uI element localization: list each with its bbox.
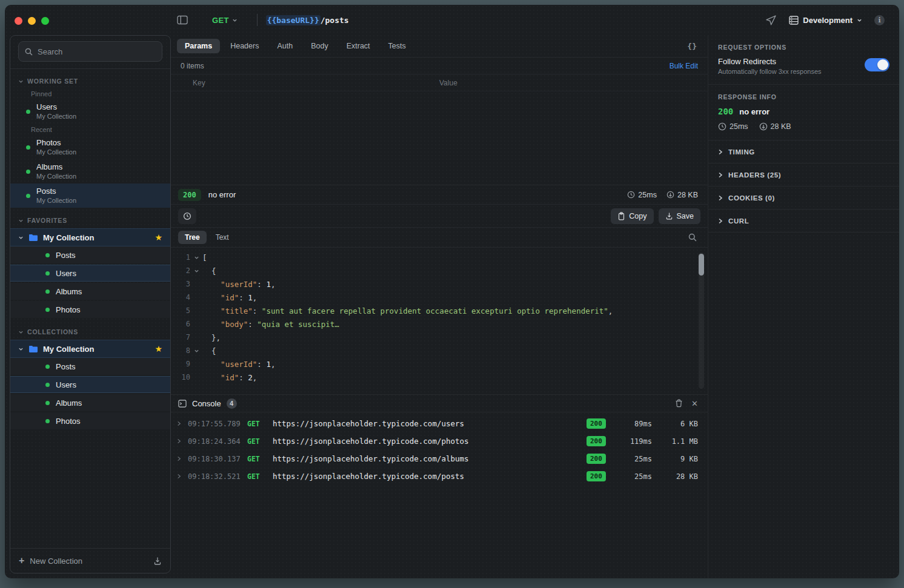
pinned-item-users[interactable]: Users My Collection [10, 99, 170, 124]
download-icon [666, 191, 674, 199]
params-column-headers: Key Value [171, 74, 708, 91]
minimize-window-button[interactable] [28, 17, 36, 25]
environment-dropdown[interactable]: Development [789, 16, 862, 25]
section-cookies[interactable]: COOKIES (0) [708, 187, 899, 210]
scrollbar-thumb[interactable] [699, 254, 704, 276]
request-status-dot [45, 419, 50, 423]
search-input[interactable]: Search [18, 41, 162, 62]
code-braces-icon[interactable]: {} [687, 42, 702, 51]
favorites-folder-my-collection[interactable]: My Collection ★ [10, 228, 170, 246]
favorites-item-albums[interactable]: Albums [10, 283, 170, 300]
tab-headers[interactable]: Headers [222, 39, 267, 53]
section-headers[interactable]: HEADERS (25) [708, 164, 899, 187]
recent-item-albums[interactable]: Albums My Collection [10, 159, 170, 183]
environment-icon [789, 16, 799, 25]
info-icon[interactable]: i [874, 15, 885, 25]
chevron-down-icon [18, 329, 24, 335]
tab-params[interactable]: Params [177, 39, 220, 53]
bulk-edit-link[interactable]: Bulk Edit [670, 62, 698, 70]
collections-folder-my-collection[interactable]: My Collection ★ [10, 340, 170, 358]
json-line: 1 [ [179, 251, 708, 264]
fold-chevron-icon[interactable] [190, 348, 202, 354]
zoom-window-button[interactable] [41, 17, 49, 25]
new-collection-button[interactable]: + New Collection [10, 548, 170, 573]
console-header: Console 4 ✕ [171, 394, 708, 412]
favorites-section-header[interactable]: FAVORITES [10, 213, 170, 227]
star-icon[interactable]: ★ [155, 233, 162, 242]
tab-body[interactable]: Body [303, 39, 336, 53]
collections-item-photos[interactable]: Photos [10, 412, 170, 429]
url-input[interactable]: {{baseURL}}/posts [266, 15, 349, 25]
expand-chevron-icon[interactable] [177, 438, 188, 444]
recent-item-photos[interactable]: Photos My Collection [10, 135, 170, 159]
tab-extract[interactable]: Extract [339, 39, 378, 53]
favorites-item-posts[interactable]: Posts [10, 246, 170, 263]
collections-item-users[interactable]: Users [10, 376, 170, 393]
sidebar: Search WORKING SET Pinned Users [10, 35, 171, 573]
response-search-icon[interactable] [688, 233, 700, 242]
console-entry[interactable]: 09:18:32.521 GET https://jsonplaceholder… [171, 467, 708, 485]
line-number: 7 [179, 333, 190, 342]
clock-icon [718, 122, 726, 131]
status-text: no error [208, 190, 236, 199]
save-button[interactable]: Save [659, 208, 701, 224]
expand-chevron-icon[interactable] [177, 456, 188, 461]
console-count-badge: 4 [227, 398, 237, 409]
close-window-button[interactable] [15, 17, 22, 25]
recent-item-posts[interactable]: Posts My Collection [10, 183, 170, 208]
section-timing[interactable]: TIMING [708, 140, 899, 164]
tab-auth[interactable]: Auth [269, 39, 301, 53]
line-number: 6 [179, 320, 190, 328]
titlebar: GET {{baseURL}}/posts Development i [5, 5, 899, 35]
expand-chevron-icon[interactable] [177, 474, 188, 479]
app-window: GET {{baseURL}}/posts Development i [5, 5, 899, 578]
chevron-right-icon [718, 172, 723, 178]
method-dropdown[interactable]: GET [212, 16, 238, 25]
import-icon[interactable] [153, 557, 162, 565]
desktop-background: GET {{baseURL}}/posts Development i [0, 0, 904, 588]
view-tab-tree[interactable]: Tree [178, 231, 207, 244]
collections-item-posts[interactable]: Posts [10, 358, 170, 375]
view-tab-text[interactable]: Text [209, 231, 236, 244]
chevron-down-icon [18, 218, 24, 223]
console-entry[interactable]: 09:17:55.789 GET https://jsonplaceholder… [171, 415, 708, 432]
send-request-icon[interactable] [765, 15, 777, 25]
json-tree-viewer[interactable]: 1 [ 2 { 3 "userId": 1, [171, 247, 708, 394]
line-number: 10 [179, 373, 190, 382]
params-empty-area[interactable] [171, 91, 708, 185]
toggle-sidebar-icon[interactable] [177, 15, 188, 25]
follow-redirects-label: Follow Redirects [718, 57, 865, 66]
follow-redirects-toggle[interactable] [865, 58, 889, 71]
favorites-item-photos[interactable]: Photos [10, 301, 170, 318]
response-info-header: RESPONSE INFO [718, 93, 889, 101]
section-curl[interactable]: CURL [708, 210, 899, 233]
fold-chevron-icon[interactable] [190, 268, 202, 274]
plus-icon: + [19, 555, 24, 566]
line-number: 4 [179, 293, 190, 302]
request-tabs: Params Headers Auth Body Extract Tests {… [171, 35, 708, 58]
console-entry[interactable]: 09:18:30.137 GET https://jsonplaceholder… [171, 450, 708, 467]
working-set-section-header[interactable]: WORKING SET [10, 74, 170, 88]
history-button[interactable] [178, 208, 196, 224]
expand-chevron-icon[interactable] [177, 421, 188, 426]
star-icon[interactable]: ★ [155, 345, 162, 353]
console-entry[interactable]: 09:18:24.364 GET https://jsonplaceholder… [171, 432, 708, 450]
trash-icon[interactable] [675, 399, 683, 408]
favorites-item-users[interactable]: Users [10, 265, 170, 282]
line-number: 3 [179, 280, 190, 288]
collections-item-albums[interactable]: Albums [10, 394, 170, 411]
json-line: 2 { [179, 264, 708, 277]
tab-tests[interactable]: Tests [381, 39, 414, 53]
folder-icon [28, 345, 38, 353]
close-console-icon[interactable]: ✕ [691, 399, 698, 408]
request-options-header: REQUEST OPTIONS [718, 44, 889, 51]
response-time: 25ms [718, 122, 748, 131]
status-code: 200 [718, 107, 733, 116]
copy-button[interactable]: Copy [611, 208, 653, 224]
collections-section-header[interactable]: COLLECTIONS [10, 325, 170, 339]
request-status-dot [45, 289, 50, 294]
line-number: 2 [179, 266, 190, 275]
request-status-dot [45, 253, 50, 257]
fold-chevron-icon[interactable] [190, 255, 202, 260]
url-variable-token: {{baseURL}} [266, 15, 321, 25]
